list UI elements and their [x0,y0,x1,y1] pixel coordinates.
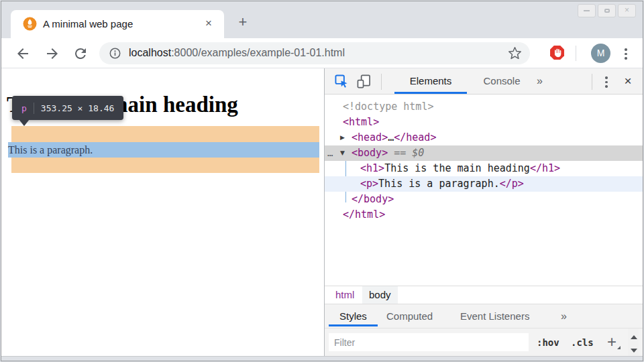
tab-event-listeners[interactable]: Event Listeners [460,304,529,326]
tab-close-button[interactable]: × [201,16,216,31]
devtools-panel: Elements Console » × <!doctype html><htm… [324,68,643,356]
address-bar[interactable]: localhost:8000/examples/example-01-01.ht… [99,42,530,64]
inspect-content-overlay[interactable]: This is a paragraph. [8,142,319,158]
filter-input[interactable] [329,333,529,351]
close-window-button[interactable]: × [618,4,636,17]
window-controls: × [578,4,636,17]
dom-tree-row[interactable]: <html> [325,115,643,130]
devtools-close-button[interactable]: × [620,68,636,94]
tab-elements[interactable]: Elements [394,68,467,94]
tab-console[interactable]: Console [472,68,532,94]
inspect-margin-overlay-bottom [11,158,319,173]
dom-tree-row[interactable]: </body> [325,192,643,207]
minimize-button[interactable] [578,4,596,17]
styles-filter-bar: :hov .cls + [325,328,643,356]
tab-styles[interactable]: Styles [329,304,378,326]
url-host: localhost [129,47,171,58]
tab-computed[interactable]: Computed [386,304,433,326]
inspect-element-icon[interactable] [335,74,349,88]
minimize-icon [584,10,590,11]
expand-arrow-icon[interactable]: ▶ [340,130,350,145]
sidebar-tabs: Styles Computed Event Listeners » [325,304,643,328]
sidebar-more-tabs-button[interactable]: » [561,304,567,326]
page-viewport: This is the main heading This is a parag… [1,68,324,356]
close-icon: × [625,5,629,15]
tab-strip: × A minimal web page × + [1,1,643,38]
more-tabs-button[interactable]: » [537,68,543,94]
scroll-up-icon[interactable] [631,335,637,339]
devtools-toolbar-separator [381,74,382,90]
devtools-menu-button[interactable] [600,76,612,88]
breadcrumb-body[interactable]: body [362,286,398,304]
bookmark-star-icon[interactable] [508,46,522,60]
node-options-icon[interactable]: … [327,145,332,161]
dom-tree-row[interactable]: ▶<head>…</head> [325,130,643,145]
profile-avatar[interactable]: M [591,44,610,63]
dom-tree-row[interactable]: <h1>This is the main heading</h1> [325,161,643,176]
scrollbar[interactable] [628,328,639,357]
url-path: :8000/examples/example-01-01.html [171,47,345,58]
dom-tree: <!doctype html><html>▶<head>…</head>…▼<b… [325,95,643,286]
new-style-rule-button[interactable]: + [602,331,621,353]
breadcrumb-html[interactable]: html [330,286,360,304]
back-button[interactable] [15,46,31,62]
browser-toolbar: localhost:8000/examples/example-01-01.ht… [1,38,643,68]
new-tab-button[interactable]: + [233,13,252,32]
maximize-button[interactable] [598,4,616,17]
tooltip-separator [34,103,34,114]
tooltip-arrow [19,119,30,126]
dom-tree-row[interactable]: <p>This is a paragraph.</p> [325,176,643,192]
toggle-hover-state-button[interactable]: :hov [537,334,559,351]
window-bottom-edge [1,356,643,361]
maximize-icon [604,9,610,13]
devtools-toolbar: Elements Console » × [325,68,643,95]
tooltip-tag-name: p [21,103,27,113]
tooltip-dimensions: 353.25 × 18.46 [41,103,115,113]
devtools-toolbar-separator-2 [592,74,592,90]
inspect-tooltip: p 353.25 × 18.46 [12,96,123,120]
browser-tab[interactable]: A minimal web page × [11,10,224,38]
forward-button[interactable] [44,46,60,62]
expand-arrow-icon[interactable]: ▼ [340,145,350,161]
info-icon[interactable] [109,48,121,59]
tab-title: A minimal web page [43,18,133,29]
browser-menu-button[interactable] [620,48,632,60]
toolbar-separator [576,46,576,61]
favicon-icon [23,17,37,31]
scroll-down-icon[interactable] [631,349,637,353]
toggle-class-button[interactable]: .cls [571,334,594,351]
url-text: localhost:8000/examples/example-01-01.ht… [129,47,345,59]
dom-tree-row[interactable]: <!doctype html> [325,99,643,115]
dom-tree-row[interactable]: …▼<body> == $0 [325,145,643,161]
reload-button[interactable] [72,46,89,62]
browser-window: × A minimal web page × + [1,1,643,361]
breadcrumb: html body [325,286,643,304]
inspect-margin-overlay-top [11,126,319,142]
dom-tree-row[interactable]: </html> [325,207,643,223]
extension-hand-icon[interactable] [549,45,565,60]
device-toolbar-icon[interactable] [357,74,371,88]
